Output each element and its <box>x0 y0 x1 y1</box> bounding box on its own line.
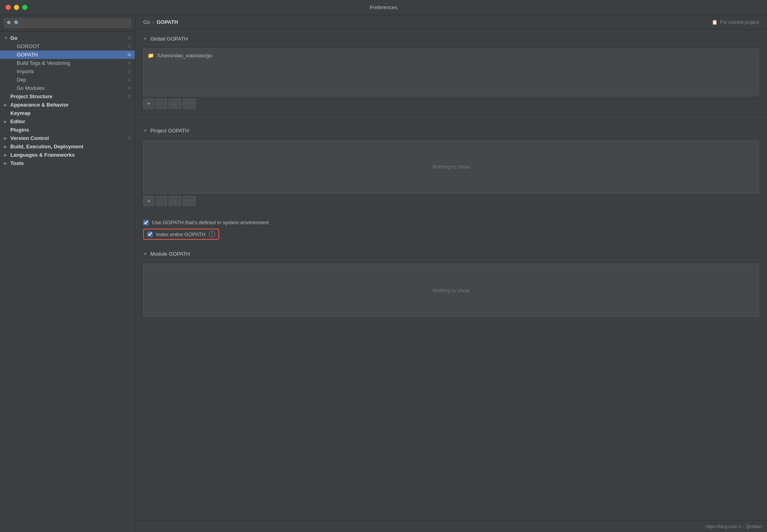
sidebar-item-plugins[interactable]: Plugins <box>0 126 135 134</box>
sidebar-item-editor[interactable]: ▶ Editor <box>0 117 135 126</box>
module-gopath-header: ▼ Module GOPATH <box>143 251 759 260</box>
sidebar-item-languages-frameworks-label: Languages & Frameworks <box>10 152 131 158</box>
help-icon[interactable]: ? <box>209 231 215 237</box>
project-gopath-title: Project GOPATH <box>150 128 189 134</box>
sidebar-tree: ▼ Go ⧉ GOROOT ⧉ GOPATH ⧉ <box>0 31 135 532</box>
bottom-link: https://blog.csdn.n... @nttlact <box>706 524 762 529</box>
chevron-right-icon: ▶ <box>4 136 10 140</box>
sidebar-item-version-control-label: Version Control <box>10 135 125 141</box>
sidebar-item-appearance-behavior-label: Appearance & Behavior <box>10 102 131 108</box>
project-gopath-toolbar: + − ▲ ▼ <box>143 194 759 209</box>
use-gopath-checkbox[interactable] <box>143 220 149 225</box>
sidebar-item-tools-label: Tools <box>10 160 131 166</box>
copy-icon: ⧉ <box>128 52 131 57</box>
sidebar-item-keymap-label: Keymap <box>10 110 131 116</box>
remove-button[interactable]: − <box>156 196 167 206</box>
search-wrapper: 🔍 <box>4 18 131 28</box>
folder-icon: 📁 <box>148 52 154 58</box>
sidebar-item-languages-frameworks[interactable]: ▶ Languages & Frameworks <box>0 151 135 159</box>
project-gopath-empty: Nothing to show <box>146 143 756 191</box>
module-gopath-empty: Nothing to show <box>146 266 756 314</box>
sidebar-item-build-execution[interactable]: ▶ Build, Execution, Deployment <box>0 142 135 151</box>
index-gopath-highlight: Index entire GOPATH ? <box>143 229 219 240</box>
sidebar-item-imports[interactable]: Imports ⧉ <box>0 67 135 76</box>
copy-icon: ⧉ <box>128 60 131 66</box>
bottom-bar: https://blog.csdn.n... @nttlact <box>135 520 767 532</box>
main-content: 🔍 ▼ Go ⧉ GOROOT ⧉ <box>0 15 767 532</box>
search-input[interactable] <box>4 18 131 28</box>
copy-icon: ⧉ <box>128 35 131 41</box>
checkboxes-section: Use GOPATH that's defined in system envi… <box>135 212 767 245</box>
copy-icon: ⧉ <box>128 44 131 49</box>
move-down-button[interactable]: ▼ <box>183 196 196 206</box>
global-gopath-title: Global GOPATH <box>150 36 188 42</box>
breadcrumb-parent: Go <box>143 19 150 25</box>
module-gopath-section: ▼ Module GOPATH Nothing to show <box>135 245 767 320</box>
sidebar-item-keymap[interactable]: Keymap <box>0 109 135 117</box>
sidebar-item-editor-label: Editor <box>10 118 131 124</box>
sidebar-item-build-execution-label: Build, Execution, Deployment <box>10 144 131 150</box>
module-gopath-title: Module GOPATH <box>150 251 190 257</box>
sidebar-item-build-tags[interactable]: Build Tags & Vendoring ⧉ <box>0 59 135 67</box>
section-arrow-icon: ▼ <box>143 37 147 41</box>
global-gopath-section: ▼ Global GOPATH 📁 /Users/xiao_xiaoxiao/g… <box>135 29 767 115</box>
section-arrow-icon: ▼ <box>143 252 147 256</box>
sidebar-item-imports-label: Imports <box>17 68 125 74</box>
sidebar-item-build-tags-label: Build Tags & Vendoring <box>17 60 125 66</box>
breadcrumb-separator: › <box>152 19 154 25</box>
close-button[interactable] <box>6 5 11 10</box>
use-gopath-row: Use GOPATH that's defined in system envi… <box>143 218 759 227</box>
move-up-button[interactable]: ▲ <box>169 99 181 109</box>
breadcrumb-right: 📋 For current project <box>712 19 759 25</box>
sidebar-item-goroot-label: GOROOT <box>17 43 125 49</box>
sidebar-item-appearance-behavior[interactable]: ▶ Appearance & Behavior <box>0 101 135 109</box>
preferences-window: Preferences 🔍 ▼ Go ⧉ GOR <box>0 0 767 532</box>
index-gopath-row: Index entire GOPATH ? <box>143 227 759 241</box>
index-gopath-checkbox[interactable] <box>147 231 153 237</box>
global-gopath-list: 📁 /Users/xiao_xiaoxiao/go <box>143 49 759 96</box>
sidebar-item-go-modules[interactable]: Go Modules ⧉ <box>0 84 135 92</box>
window-title: Preferences <box>370 4 397 10</box>
sidebar-item-plugins-label: Plugins <box>10 127 131 133</box>
titlebar: Preferences <box>0 0 767 15</box>
sidebar-item-goroot[interactable]: GOROOT ⧉ <box>0 42 135 50</box>
sidebar-item-project-structure-label: Project Structure <box>10 93 125 99</box>
copy-icon: ⧉ <box>128 85 131 91</box>
move-down-button[interactable]: ▼ <box>183 99 196 109</box>
sidebar-item-gopath-label: GOPATH <box>17 52 125 58</box>
chevron-down-icon: ▼ <box>4 36 10 40</box>
add-button[interactable]: + <box>143 196 154 206</box>
panel-content: ▼ Global GOPATH 📁 /Users/xiao_xiaoxiao/g… <box>135 29 767 520</box>
copy-icon: ⧉ <box>128 94 131 99</box>
sidebar: 🔍 ▼ Go ⧉ GOROOT ⧉ <box>0 15 135 532</box>
sidebar-item-dep-label: Dep <box>17 77 125 83</box>
add-button[interactable]: + <box>143 99 154 109</box>
sidebar-item-version-control[interactable]: ▶ Version Control ⧉ <box>0 134 135 142</box>
window-controls <box>6 5 27 10</box>
remove-button[interactable]: − <box>156 99 167 109</box>
chevron-right-icon: ▶ <box>4 153 10 157</box>
sidebar-item-dep[interactable]: Dep ⧉ <box>0 76 135 84</box>
module-gopath-list: Nothing to show <box>143 264 759 317</box>
project-gopath-section: ▼ Project GOPATH Nothing to show + − ▲ ▼ <box>135 121 767 212</box>
sidebar-item-go-modules-label: Go Modules <box>17 85 125 91</box>
divider <box>135 118 767 118</box>
sidebar-item-project-structure[interactable]: Project Structure ⧉ <box>0 92 135 101</box>
sidebar-item-tools[interactable]: ▶ Tools <box>0 159 135 167</box>
minimize-button[interactable] <box>14 5 19 10</box>
maximize-button[interactable] <box>22 5 27 10</box>
sidebar-item-gopath[interactable]: GOPATH ⧉ <box>0 50 135 59</box>
breadcrumb-current: GOPATH <box>157 19 178 25</box>
chevron-right-icon: ▶ <box>4 103 10 107</box>
breadcrumb: Go › GOPATH 📋 For current project <box>135 15 767 29</box>
copy-page-icon: 📋 <box>712 19 718 25</box>
chevron-right-icon: ▶ <box>4 144 10 149</box>
global-gopath-toolbar: + − ▲ ▼ <box>143 96 759 111</box>
sidebar-item-go[interactable]: ▼ Go ⧉ <box>0 34 135 42</box>
gopath-path: /Users/xiao_xiaoxiao/go <box>157 52 212 58</box>
search-bar: 🔍 <box>0 15 135 31</box>
use-gopath-label: Use GOPATH that's defined in system envi… <box>152 219 269 225</box>
copy-icon: ⧉ <box>128 136 131 141</box>
move-up-button[interactable]: ▲ <box>169 196 181 206</box>
sidebar-item-go-label: Go <box>10 35 125 41</box>
